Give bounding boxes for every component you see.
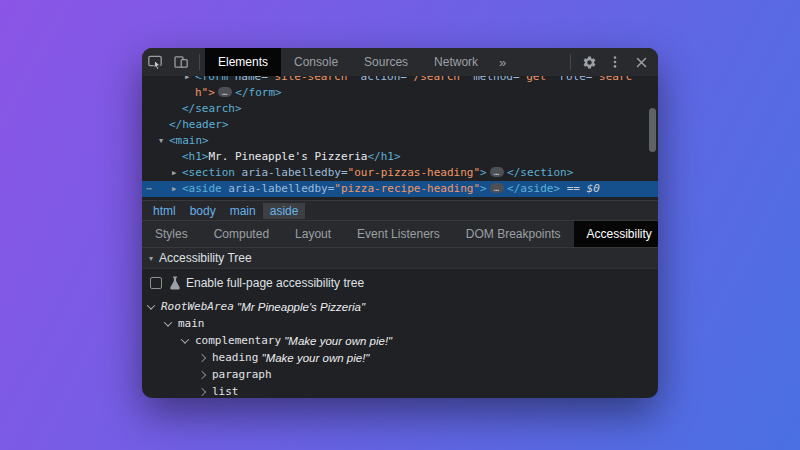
close-devtools-button[interactable] <box>628 48 654 76</box>
main-toolbar: ElementsConsoleSourcesNetwork » <box>142 48 658 76</box>
code-token-attr: aria-labelledby= <box>235 166 348 179</box>
code-token-attr: name= <box>228 76 268 83</box>
code-token-val: "/search" <box>407 76 467 83</box>
checkbox-label: Enable full-page accessibility tree <box>186 276 364 290</box>
chevron-down-icon[interactable] <box>147 301 155 309</box>
dom-tree-row[interactable]: </search> <box>142 101 658 117</box>
device-toolbar-icon <box>173 54 189 70</box>
toolbar-divider-right <box>570 54 571 70</box>
main-tab-console[interactable]: Console <box>281 48 351 76</box>
more-tabs-button[interactable]: » <box>491 48 514 76</box>
ellipsis-badge[interactable]: … <box>218 87 232 97</box>
breadcrumb-item-aside[interactable]: aside <box>263 203 306 219</box>
ax-tree-row-main[interactable]: main <box>142 315 658 332</box>
code-token-tag: > <box>480 182 487 195</box>
ax-node-name: "Make your own pie!" <box>281 335 392 347</box>
ax-tree-row-complementary[interactable]: complementary "Make your own pie!" <box>142 332 658 349</box>
devtools-window: ElementsConsoleSourcesNetwork » <box>142 48 658 398</box>
main-tab-network[interactable]: Network <box>421 48 491 76</box>
ax-node-role: list <box>212 385 239 398</box>
chevron-right-icon[interactable] <box>198 353 206 361</box>
ellipsis-badge[interactable]: … <box>490 183 504 193</box>
ax-node-role: complementary <box>195 334 281 347</box>
code-token-tag: <section <box>182 166 235 179</box>
expand-arrow-open-icon[interactable]: ▼ <box>159 133 169 149</box>
device-toolbar-button[interactable] <box>168 48 194 76</box>
ax-node-role: RootWebArea <box>161 300 234 313</box>
chevron-right-icon[interactable] <box>198 387 206 395</box>
dom-tree-row[interactable]: ▶<section aria-labelledby="our-pizzas-he… <box>142 165 658 181</box>
panel-tab-layout[interactable]: Layout <box>282 221 344 247</box>
ax-node-name: "Make your own pie!" <box>258 352 369 364</box>
ax-tree-row-list[interactable]: list <box>142 383 658 398</box>
ax-node-name: "Mr Pineapple's Pizzeria" <box>234 301 365 313</box>
dom-tree: ▶<form name="site-search" action="/searc… <box>142 76 658 197</box>
breadcrumb-bar: htmlbodymainaside <box>142 200 658 220</box>
breadcrumb-item-main[interactable]: main <box>223 203 263 219</box>
panel-tab-event-listeners[interactable]: Event Listeners <box>344 221 453 247</box>
chevron-down-icon[interactable] <box>181 335 189 343</box>
code-token-val: "searc <box>592 76 632 83</box>
dom-tree-row[interactable]: </header> <box>142 117 658 133</box>
close-icon <box>635 56 648 69</box>
ax-node-role: main <box>178 317 205 330</box>
settings-button[interactable] <box>576 48 602 76</box>
breadcrumb-item-html[interactable]: html <box>146 203 183 219</box>
dom-tree-row[interactable]: ▶<form name="site-search" action="/searc… <box>142 76 658 85</box>
row-gutter-dots-icon[interactable]: ⋯ <box>146 181 153 197</box>
code-token-val: "our-pizzas-heading" <box>348 166 480 179</box>
fullpage-ax-tree-row: Enable full-page accessibility tree <box>142 271 658 295</box>
customize-menu-button[interactable] <box>602 48 628 76</box>
ellipsis-badge[interactable]: … <box>490 167 504 177</box>
code-token-val: "get" <box>520 76 553 83</box>
main-tab-sources[interactable]: Sources <box>351 48 421 76</box>
code-token-eq: == $0 <box>560 182 600 195</box>
inspect-element-button[interactable] <box>142 48 168 76</box>
dom-tree-row[interactable]: <h1>Mr. Pineapple's Pizzeria</h1> <box>142 149 658 165</box>
main-tab-elements[interactable]: Elements <box>205 48 281 76</box>
ax-tree-row-heading[interactable]: heading "Make your own pie!" <box>142 349 658 366</box>
collapse-triangle-icon: ▾ <box>149 254 153 263</box>
panel-tab-styles[interactable]: Styles <box>142 221 201 247</box>
ax-tree-row-paragraph[interactable]: paragraph <box>142 366 658 383</box>
code-token-attr: role= <box>553 76 593 83</box>
code-token-text: Mr. Pineapple's Pizzeria <box>209 150 368 163</box>
code-token-tag: <form <box>195 76 228 83</box>
accessibility-tree: RootWebArea "Mr Pineapple's Pizzeria"mai… <box>142 295 658 398</box>
code-token-tag: <aside <box>182 182 222 195</box>
code-token-val: h"> <box>195 86 215 99</box>
elements-panel: ▶<form name="site-search" action="/searc… <box>142 76 658 200</box>
code-token-attr: action= <box>354 76 407 83</box>
code-token-val: "site-search" <box>268 76 354 83</box>
expand-arrow-closed-icon[interactable]: ▶ <box>172 165 182 181</box>
code-token-tag: <h1> <box>182 150 209 163</box>
expand-arrow-closed-icon[interactable]: ▶ <box>185 76 195 85</box>
code-token-tag: </section> <box>507 166 573 179</box>
dom-tree-row[interactable]: ▼<main> <box>142 133 658 149</box>
code-token-tag: </header> <box>169 118 229 131</box>
ax-node-role: paragraph <box>212 368 272 381</box>
chevron-double-right-icon: » <box>499 55 506 70</box>
panel-tab-computed[interactable]: Computed <box>201 221 282 247</box>
code-token-tag: </form> <box>235 86 281 99</box>
ax-tree-row-rootwebarea[interactable]: RootWebArea "Mr Pineapple's Pizzeria" <box>142 298 658 315</box>
toolbar-divider <box>199 54 200 70</box>
code-token-tag: </h1> <box>367 150 400 163</box>
chevron-right-icon[interactable] <box>198 370 206 378</box>
main-tab-strip: ElementsConsoleSourcesNetwork <box>205 48 491 76</box>
ax-node-role: heading <box>212 351 258 364</box>
expand-arrow-closed-icon[interactable]: ▶ <box>172 181 182 197</box>
accessibility-tree-section-header[interactable]: ▾ Accessibility Tree <box>142 247 658 269</box>
scrollbar-thumb[interactable] <box>649 108 656 152</box>
dom-tree-row[interactable]: ⋯▶<aside aria-labelledby="pizza-recipe-h… <box>142 181 658 197</box>
code-token-val: "pizza-recipe-heading" <box>334 182 480 195</box>
code-token-tag: </search> <box>182 102 242 115</box>
breadcrumb-item-body[interactable]: body <box>183 203 223 219</box>
kebab-menu-icon <box>608 55 622 69</box>
panel-tab-dom-breakpoints[interactable]: DOM Breakpoints <box>453 221 574 247</box>
fullpage-ax-tree-checkbox[interactable] <box>150 277 162 289</box>
dom-tree-row[interactable]: h">…</form> <box>142 85 658 101</box>
code-token-attr: method= <box>467 76 520 83</box>
chevron-down-icon[interactable] <box>164 318 172 326</box>
panel-tab-accessibility[interactable]: Accessibility <box>574 221 658 247</box>
